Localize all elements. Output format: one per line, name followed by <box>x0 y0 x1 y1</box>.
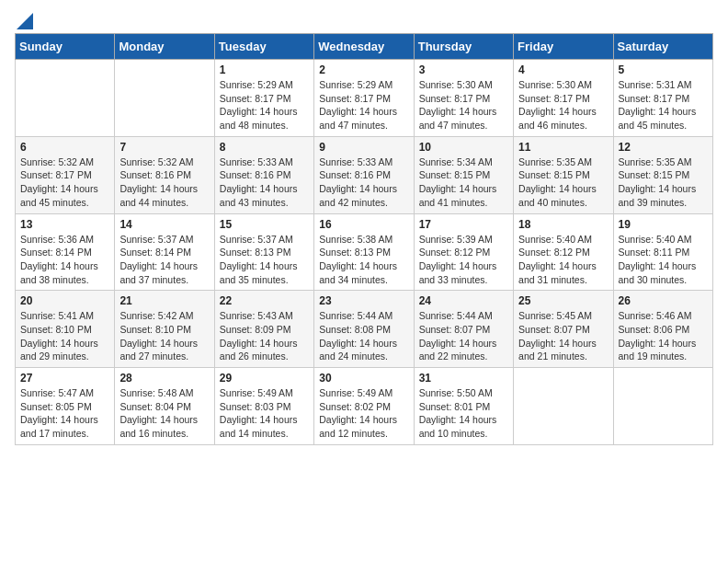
day-number: 18 <box>518 218 608 231</box>
day-number: 12 <box>619 141 708 154</box>
calendar-week-row: 6Sunrise: 5:32 AM Sunset: 8:17 PM Daylig… <box>16 136 713 213</box>
calendar-cell: 2Sunrise: 5:29 AM Sunset: 8:17 PM Daylig… <box>314 60 414 137</box>
day-number: 19 <box>619 218 708 231</box>
calendar-cell: 24Sunrise: 5:44 AM Sunset: 8:07 PM Dayli… <box>414 291 513 368</box>
day-number: 28 <box>119 372 209 385</box>
day-number: 20 <box>20 294 109 307</box>
day-number: 23 <box>319 294 408 307</box>
calendar-cell: 17Sunrise: 5:39 AM Sunset: 8:12 PM Dayli… <box>414 213 513 291</box>
calendar-day-header: Monday <box>115 34 214 60</box>
day-info: Sunrise: 5:48 AM Sunset: 8:04 PM Dayligh… <box>119 386 209 441</box>
calendar-cell: 20Sunrise: 5:41 AM Sunset: 8:10 PM Dayli… <box>16 291 115 368</box>
day-info: Sunrise: 5:37 AM Sunset: 8:13 PM Dayligh… <box>220 233 309 287</box>
calendar-cell: 15Sunrise: 5:37 AM Sunset: 8:13 PM Dayli… <box>214 213 313 291</box>
day-info: Sunrise: 5:32 AM Sunset: 8:16 PM Dayligh… <box>119 155 209 210</box>
calendar-cell: 19Sunrise: 5:40 AM Sunset: 8:11 PM Dayli… <box>613 213 712 291</box>
calendar-cell: 12Sunrise: 5:35 AM Sunset: 8:15 PM Dayli… <box>613 136 712 213</box>
calendar-cell: 27Sunrise: 5:47 AM Sunset: 8:05 PM Dayli… <box>16 368 115 445</box>
logo-icon <box>17 13 33 29</box>
calendar-cell: 10Sunrise: 5:34 AM Sunset: 8:15 PM Dayli… <box>414 136 513 213</box>
calendar-cell <box>613 368 712 445</box>
day-info: Sunrise: 5:44 AM Sunset: 8:08 PM Dayligh… <box>319 309 408 363</box>
calendar-cell: 30Sunrise: 5:49 AM Sunset: 8:02 PM Dayli… <box>314 368 414 445</box>
calendar-day-header: Thursday <box>414 34 513 60</box>
calendar-cell: 16Sunrise: 5:38 AM Sunset: 8:13 PM Dayli… <box>314 213 414 291</box>
calendar-week-row: 27Sunrise: 5:47 AM Sunset: 8:05 PM Dayli… <box>16 368 713 445</box>
calendar-cell: 7Sunrise: 5:32 AM Sunset: 8:16 PM Daylig… <box>115 136 214 213</box>
calendar-cell: 9Sunrise: 5:33 AM Sunset: 8:16 PM Daylig… <box>314 136 414 213</box>
calendar-cell <box>16 60 115 137</box>
calendar-cell: 29Sunrise: 5:49 AM Sunset: 8:03 PM Dayli… <box>214 368 313 445</box>
day-number: 10 <box>419 141 508 154</box>
day-info: Sunrise: 5:35 AM Sunset: 8:15 PM Dayligh… <box>619 155 708 210</box>
calendar-cell: 28Sunrise: 5:48 AM Sunset: 8:04 PM Dayli… <box>115 368 214 445</box>
day-info: Sunrise: 5:42 AM Sunset: 8:10 PM Dayligh… <box>119 309 209 363</box>
day-number: 11 <box>518 141 608 154</box>
day-number: 25 <box>518 294 608 307</box>
day-number: 1 <box>220 63 309 76</box>
day-info: Sunrise: 5:39 AM Sunset: 8:12 PM Dayligh… <box>419 233 508 287</box>
day-number: 16 <box>319 218 408 231</box>
day-info: Sunrise: 5:41 AM Sunset: 8:10 PM Dayligh… <box>20 309 109 363</box>
day-number: 9 <box>319 141 408 154</box>
day-number: 8 <box>220 141 309 154</box>
calendar-cell: 25Sunrise: 5:45 AM Sunset: 8:07 PM Dayli… <box>514 291 613 368</box>
calendar-week-row: 13Sunrise: 5:36 AM Sunset: 8:14 PM Dayli… <box>16 213 713 291</box>
day-number: 22 <box>220 294 309 307</box>
day-number: 3 <box>419 63 508 76</box>
day-number: 15 <box>220 218 309 231</box>
calendar-cell: 21Sunrise: 5:42 AM Sunset: 8:10 PM Dayli… <box>115 291 214 368</box>
calendar-day-header: Saturday <box>613 34 712 60</box>
day-info: Sunrise: 5:49 AM Sunset: 8:03 PM Dayligh… <box>220 386 309 441</box>
day-info: Sunrise: 5:35 AM Sunset: 8:15 PM Dayligh… <box>518 155 608 210</box>
calendar-day-header: Sunday <box>16 34 115 60</box>
calendar-day-header: Tuesday <box>214 34 313 60</box>
day-number: 13 <box>20 218 109 231</box>
logo <box>15 15 33 26</box>
calendar-cell: 1Sunrise: 5:29 AM Sunset: 8:17 PM Daylig… <box>214 60 313 137</box>
day-number: 5 <box>619 63 708 76</box>
day-info: Sunrise: 5:34 AM Sunset: 8:15 PM Dayligh… <box>419 155 508 210</box>
svg-marker-0 <box>17 13 33 29</box>
day-info: Sunrise: 5:49 AM Sunset: 8:02 PM Dayligh… <box>319 386 408 441</box>
calendar-cell: 18Sunrise: 5:40 AM Sunset: 8:12 PM Dayli… <box>514 213 613 291</box>
day-info: Sunrise: 5:30 AM Sunset: 8:17 PM Dayligh… <box>419 78 508 132</box>
day-info: Sunrise: 5:30 AM Sunset: 8:17 PM Dayligh… <box>518 78 608 132</box>
page-header <box>15 15 713 26</box>
day-number: 26 <box>619 294 708 307</box>
day-info: Sunrise: 5:45 AM Sunset: 8:07 PM Dayligh… <box>518 309 608 363</box>
calendar-week-row: 1Sunrise: 5:29 AM Sunset: 8:17 PM Daylig… <box>16 60 713 137</box>
day-number: 30 <box>319 372 408 385</box>
calendar-cell: 5Sunrise: 5:31 AM Sunset: 8:17 PM Daylig… <box>613 60 712 137</box>
calendar-cell: 26Sunrise: 5:46 AM Sunset: 8:06 PM Dayli… <box>613 291 712 368</box>
calendar-cell: 4Sunrise: 5:30 AM Sunset: 8:17 PM Daylig… <box>514 60 613 137</box>
calendar-table: SundayMondayTuesdayWednesdayThursdayFrid… <box>15 33 713 445</box>
day-info: Sunrise: 5:46 AM Sunset: 8:06 PM Dayligh… <box>619 309 708 363</box>
day-number: 7 <box>119 141 209 154</box>
day-info: Sunrise: 5:33 AM Sunset: 8:16 PM Dayligh… <box>319 155 408 210</box>
day-info: Sunrise: 5:43 AM Sunset: 8:09 PM Dayligh… <box>220 309 309 363</box>
day-info: Sunrise: 5:36 AM Sunset: 8:14 PM Dayligh… <box>20 233 109 287</box>
calendar-header-row: SundayMondayTuesdayWednesdayThursdayFrid… <box>16 34 713 60</box>
day-info: Sunrise: 5:31 AM Sunset: 8:17 PM Dayligh… <box>619 78 708 132</box>
day-info: Sunrise: 5:33 AM Sunset: 8:16 PM Dayligh… <box>220 155 309 210</box>
calendar-cell: 3Sunrise: 5:30 AM Sunset: 8:17 PM Daylig… <box>414 60 513 137</box>
day-info: Sunrise: 5:32 AM Sunset: 8:17 PM Dayligh… <box>20 155 109 210</box>
calendar-cell: 11Sunrise: 5:35 AM Sunset: 8:15 PM Dayli… <box>514 136 613 213</box>
day-info: Sunrise: 5:44 AM Sunset: 8:07 PM Dayligh… <box>419 309 508 363</box>
day-number: 27 <box>20 372 109 385</box>
day-info: Sunrise: 5:47 AM Sunset: 8:05 PM Dayligh… <box>20 386 109 441</box>
calendar-cell: 6Sunrise: 5:32 AM Sunset: 8:17 PM Daylig… <box>16 136 115 213</box>
calendar-week-row: 20Sunrise: 5:41 AM Sunset: 8:10 PM Dayli… <box>16 291 713 368</box>
calendar-cell <box>514 368 613 445</box>
calendar-cell: 23Sunrise: 5:44 AM Sunset: 8:08 PM Dayli… <box>314 291 414 368</box>
day-info: Sunrise: 5:29 AM Sunset: 8:17 PM Dayligh… <box>220 78 309 132</box>
calendar-day-header: Wednesday <box>314 34 414 60</box>
day-info: Sunrise: 5:40 AM Sunset: 8:12 PM Dayligh… <box>518 233 608 287</box>
calendar-day-header: Friday <box>514 34 613 60</box>
day-info: Sunrise: 5:40 AM Sunset: 8:11 PM Dayligh… <box>619 233 708 287</box>
day-number: 14 <box>119 218 209 231</box>
day-number: 29 <box>220 372 309 385</box>
calendar-cell: 22Sunrise: 5:43 AM Sunset: 8:09 PM Dayli… <box>214 291 313 368</box>
calendar-cell: 13Sunrise: 5:36 AM Sunset: 8:14 PM Dayli… <box>16 213 115 291</box>
